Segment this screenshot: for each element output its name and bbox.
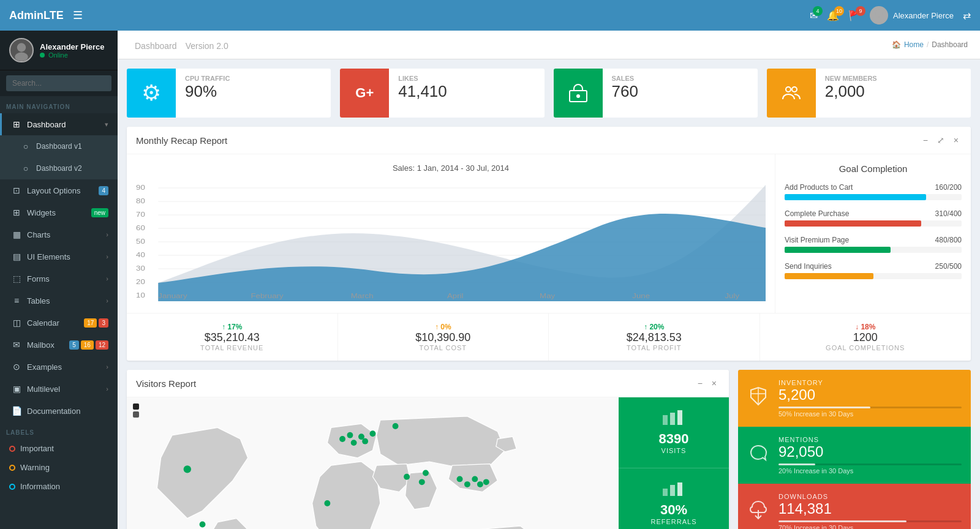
user-name: Alexander Pierce <box>893 11 954 20</box>
sidebar-item-dashboard-v2[interactable]: ○ Dashboard v2 <box>0 157 118 179</box>
svg-point-32 <box>184 465 191 473</box>
sidebar-item-mailbox[interactable]: ✉ Mailbox 5 16 12 <box>0 334 118 356</box>
sidebar-item-layout-options[interactable]: ⊡ Layout Options 4 <box>0 179 118 201</box>
goal-item-purchase: Complete Purchase 310/400 <box>785 209 962 227</box>
svg-text:70: 70 <box>136 211 145 219</box>
sales-icon-box <box>554 69 603 118</box>
hamburger-button[interactable]: ☰ <box>73 9 83 22</box>
svg-point-5 <box>576 94 580 98</box>
legend-dot-dark <box>133 403 139 410</box>
sidebar-item-dashboard[interactable]: ⊞ Dashboard ▾ <box>0 113 118 135</box>
visitors-close-btn[interactable]: × <box>709 377 720 389</box>
mailbox-badge-3: 12 <box>96 340 108 350</box>
sidebar-item-charts[interactable]: ▦ Charts › <box>0 223 118 246</box>
inventory-sub: 50% Increase in 30 Days <box>778 410 962 418</box>
svg-point-45 <box>472 476 478 482</box>
goal-value-premium: 480/800 <box>935 236 962 244</box>
visitors-title: Visitors Report <box>136 378 196 389</box>
map-legend-item-2 <box>133 411 139 418</box>
visitors-minimize-btn[interactable]: − <box>695 377 706 389</box>
sidebar-item-dashboard-v1[interactable]: ○ Dashboard v1 <box>0 135 118 157</box>
sidebar: Alexander Pierce Online MAIN NAVIGATION … <box>0 31 118 529</box>
search-input[interactable] <box>6 75 111 91</box>
svg-text:June: June <box>632 292 650 300</box>
sidebar-item-forms[interactable]: ⬚ Forms › <box>0 268 118 290</box>
flag-button[interactable]: 🚩 9 <box>848 10 861 21</box>
top-navigation: AdminLTE ☰ ✉ 4 🔔 10 🚩 9 Alexander Pierce… <box>0 0 980 31</box>
stat-cost-value: $10,390.90 <box>347 331 540 344</box>
recap-expand-btn[interactable]: ⤢ <box>934 134 948 146</box>
mentions-icon <box>747 442 769 468</box>
mentions-info: MENTIONS 92,050 20% Increase in 30 Days <box>778 436 962 475</box>
labels-section-label: LABELS <box>0 422 118 439</box>
svg-point-7 <box>792 87 797 92</box>
stat-revenue: ↑ 17% $35,210.43 TOTAL REVENUE <box>127 313 338 361</box>
sidebar-item-examples[interactable]: ⊙ Examples › <box>0 356 118 378</box>
recap-card-header: Monthly Recap Report − ⤢ × <box>127 127 971 154</box>
bottom-grid: Visitors Report − × <box>127 370 971 529</box>
breadcrumb-current: Dashboard <box>932 40 968 49</box>
visitors-tools: − × <box>695 377 720 389</box>
dashboard-submenu: ○ Dashboard v1 ○ Dashboard v2 <box>0 135 118 179</box>
sidebar-item-ui-elements[interactable]: ▤ UI Elements › <box>0 246 118 268</box>
visitors-body: 8390 VISITS 30% REFERRALS <box>127 397 729 529</box>
monthly-chart: 90 80 70 60 50 40 30 20 10 <box>136 179 766 301</box>
stat-cost-change: ↑ 0% <box>347 323 540 331</box>
sidebar-item-multilevel[interactable]: ▣ Multilevel › <box>0 378 118 400</box>
sidebar-item-widgets[interactable]: ⊞ Widgets new <box>0 201 118 223</box>
top-nav-right: ✉ 4 🔔 10 🚩 9 Alexander Pierce ⇄ <box>810 6 971 24</box>
svg-rect-56 <box>663 489 668 496</box>
sidebar-avatar <box>9 38 34 62</box>
stats-row: ↑ 17% $35,210.43 TOTAL REVENUE ↑ 0% $10,… <box>127 313 971 361</box>
mailbox-badge-2: 16 <box>81 340 94 350</box>
downloads-icon <box>747 499 769 525</box>
downloads-progress-bg <box>778 520 962 522</box>
mentions-progress-bar <box>778 463 815 465</box>
recap-close-btn[interactable]: × <box>951 134 962 146</box>
content-body: ⚙ CPU TRAFFIC 90% G+ LIKES 41,410 <box>118 59 980 529</box>
mentions-value: 92,050 <box>778 443 962 460</box>
svg-rect-57 <box>670 485 675 496</box>
main-nav-label: MAIN NAVIGATION <box>0 96 118 113</box>
sidebar-user-profile[interactable]: Alexander Pierce Online <box>0 31 118 70</box>
warning-dot <box>9 465 15 471</box>
sidebar-item-label-examples: Examples <box>27 362 62 372</box>
sidebar-item-calendar[interactable]: ◫ Calendar 17 3 <box>0 312 118 334</box>
goal-bar-purchase <box>785 220 921 227</box>
examples-icon: ⊙ <box>11 362 22 372</box>
circle-icon: ○ <box>20 141 31 151</box>
share-button[interactable]: ⇄ <box>963 10 971 21</box>
chevron-right-icon-3: › <box>106 275 108 282</box>
stat-revenue-value: $35,210.43 <box>136 331 328 344</box>
mail-button[interactable]: ✉ 4 <box>810 10 818 21</box>
user-menu[interactable]: Alexander Pierce <box>870 6 954 24</box>
goal-item-inquiries: Send Inquiries 250/500 <box>785 262 962 279</box>
docs-icon: 📄 <box>11 406 22 416</box>
mail-badge: 4 <box>813 6 823 16</box>
sidebar-search-container <box>0 70 118 96</box>
svg-point-1 <box>873 17 884 24</box>
recap-minimize-btn[interactable]: − <box>920 134 931 146</box>
recap-card-tools: − ⤢ × <box>920 134 962 146</box>
downloads-label: DOWNLOADS <box>778 493 962 500</box>
cpu-label: CPU TRAFFIC <box>185 75 230 82</box>
breadcrumb-home[interactable]: Home <box>904 40 924 49</box>
label-warning-text: Warning <box>20 463 50 472</box>
svg-point-39 <box>393 423 399 429</box>
svg-point-3 <box>15 53 28 61</box>
chart-title: Sales: 1 Jan, 2014 - 30 Jul, 2014 <box>136 163 766 173</box>
mentions-sub: 20% Increase in 30 Days <box>778 467 962 475</box>
notifications-button[interactable]: 🔔 10 <box>827 10 839 21</box>
visits-label: VISITS <box>662 447 687 454</box>
charts-icon: ▦ <box>11 230 22 239</box>
label-important[interactable]: Important <box>0 439 118 458</box>
likes-icon-box: G+ <box>340 69 389 118</box>
label-warning[interactable]: Warning <box>0 458 118 477</box>
world-map <box>127 397 619 529</box>
sidebar-item-label-forms: Forms <box>27 274 50 283</box>
svg-text:40: 40 <box>136 251 145 259</box>
label-information[interactable]: Information <box>0 477 118 496</box>
sidebar-item-documentation[interactable]: 📄 Documentation <box>0 400 118 422</box>
sidebar-item-tables[interactable]: ≡ Tables › <box>0 290 118 312</box>
flag-badge: 9 <box>856 6 865 16</box>
